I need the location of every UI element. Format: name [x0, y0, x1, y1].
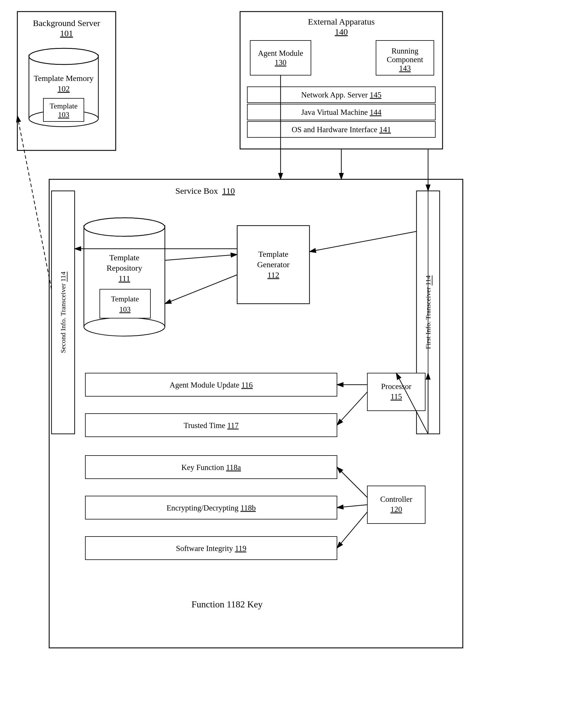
- svg-text:Template: Template: [111, 295, 139, 303]
- svg-rect-57: [85, 537, 337, 560]
- svg-text:103: 103: [58, 110, 70, 119]
- svg-rect-42: [100, 289, 150, 318]
- svg-rect-13: [240, 11, 442, 149]
- svg-text:115: 115: [390, 392, 402, 401]
- svg-text:110: 110: [222, 186, 235, 196]
- svg-rect-33: [416, 191, 440, 434]
- svg-text:Function 1182 Key: Function 1182 Key: [192, 599, 263, 609]
- svg-text:OS and Hardware Interface  141: OS and Hardware Interface 141: [291, 125, 391, 134]
- svg-rect-19: [376, 41, 434, 75]
- diagram-container: Background Server 101 Template Memory 10…: [0, 0, 586, 728]
- svg-text:Template: Template: [50, 102, 78, 110]
- svg-text:Service Box: Service Box: [175, 186, 218, 196]
- svg-text:Background Server: Background Server: [33, 18, 100, 28]
- svg-rect-32: [51, 191, 75, 434]
- svg-line-73: [396, 373, 428, 434]
- svg-text:112: 112: [267, 270, 279, 279]
- svg-text:140: 140: [335, 27, 348, 36]
- svg-text:130: 130: [275, 58, 287, 67]
- svg-line-77: [337, 505, 367, 508]
- svg-rect-29: [49, 179, 463, 648]
- svg-point-38: [84, 218, 165, 236]
- svg-rect-45: [237, 226, 309, 304]
- svg-rect-49: [85, 373, 337, 396]
- svg-text:Agent Module: Agent Module: [258, 49, 303, 57]
- svg-line-72: [165, 255, 237, 260]
- svg-text:111: 111: [119, 274, 130, 283]
- svg-text:Template: Template: [258, 250, 288, 259]
- svg-rect-55: [85, 496, 337, 519]
- svg-line-76: [337, 467, 367, 497]
- svg-rect-34: [84, 226, 165, 327]
- svg-point-7: [29, 48, 98, 64]
- svg-point-5: [29, 110, 98, 127]
- svg-text:103: 103: [120, 305, 131, 314]
- svg-text:Component: Component: [387, 55, 423, 64]
- svg-line-75: [337, 392, 367, 425]
- svg-text:143: 143: [399, 64, 411, 73]
- svg-point-35: [84, 218, 165, 236]
- svg-text:Template Memory: Template Memory: [33, 74, 94, 83]
- svg-text:102: 102: [57, 84, 70, 93]
- svg-text:Processor: Processor: [381, 382, 412, 391]
- svg-text:External Apparatus: External Apparatus: [308, 17, 375, 26]
- svg-text:101: 101: [60, 28, 73, 38]
- svg-line-79: [17, 116, 51, 289]
- svg-point-4: [29, 48, 98, 64]
- svg-line-71: [165, 275, 237, 304]
- svg-rect-10: [43, 98, 84, 122]
- svg-rect-23: [247, 87, 435, 103]
- svg-line-67: [396, 373, 428, 434]
- svg-line-78: [337, 512, 367, 548]
- svg-text:Controller: Controller: [380, 495, 412, 503]
- svg-rect-59: [367, 373, 425, 411]
- svg-text:Encrypting/Decrypting  118b: Encrypting/Decrypting 118b: [167, 503, 256, 512]
- svg-line-70: [309, 231, 416, 252]
- svg-point-36: [84, 318, 165, 336]
- svg-text:Network App. Server  145: Network App. Server 145: [301, 90, 381, 99]
- svg-text:Running: Running: [391, 47, 418, 55]
- svg-rect-3: [29, 55, 98, 119]
- svg-point-6: [29, 49, 98, 64]
- svg-rect-62: [367, 486, 425, 523]
- svg-text:Agent Module Update  116: Agent Module Update 116: [170, 381, 253, 389]
- svg-rect-16: [250, 41, 311, 75]
- svg-text:120: 120: [390, 505, 402, 514]
- svg-rect-25: [247, 104, 435, 120]
- svg-text:Trusted Time  117: Trusted Time 117: [184, 421, 239, 430]
- svg-text:Template: Template: [109, 253, 139, 262]
- svg-text:Repository: Repository: [107, 263, 142, 272]
- svg-point-37: [84, 218, 164, 236]
- svg-rect-0: [17, 11, 116, 150]
- svg-rect-51: [85, 414, 337, 437]
- svg-text:Software Integrity  119: Software Integrity 119: [176, 544, 246, 553]
- svg-rect-53: [85, 456, 337, 479]
- svg-text:Java Virtual Machine  144: Java Virtual Machine 144: [301, 108, 382, 116]
- svg-text:Key Function  118a: Key Function 118a: [181, 463, 241, 472]
- svg-text:Generator: Generator: [257, 260, 290, 269]
- svg-rect-27: [247, 122, 435, 137]
